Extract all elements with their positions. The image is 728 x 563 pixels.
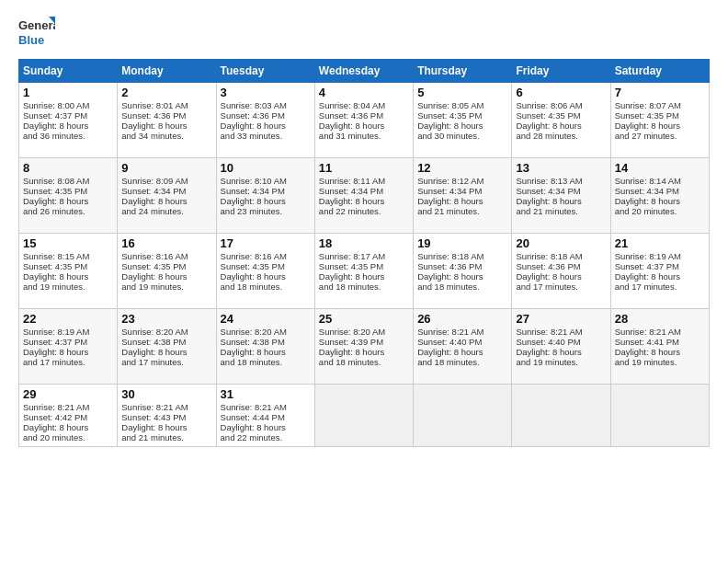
cell-line: Sunset: 4:34 PM (615, 186, 705, 196)
cell-line: Sunset: 4:38 PM (221, 337, 311, 347)
cell-line: Daylight: 8 hours (319, 121, 409, 131)
calendar-cell: 7Sunrise: 8:07 AMSunset: 4:35 PMDaylight… (610, 83, 709, 158)
calendar-cell (314, 385, 413, 447)
cell-line: and 20 minutes. (615, 206, 705, 216)
cell-line: Sunset: 4:37 PM (23, 337, 113, 347)
cell-line: Sunrise: 8:16 AM (121, 251, 211, 261)
cell-line: Sunset: 4:35 PM (319, 261, 409, 271)
day-of-week-thursday: Thursday (414, 60, 512, 83)
cell-line: Sunset: 4:34 PM (417, 186, 507, 196)
calendar-cell: 23Sunrise: 8:20 AMSunset: 4:38 PMDayligh… (118, 309, 216, 385)
cell-line: Sunset: 4:42 PM (23, 412, 113, 422)
day-of-week-wednesday: Wednesday (314, 60, 413, 83)
cell-line: Sunset: 4:35 PM (221, 261, 311, 271)
calendar-cell (610, 385, 709, 447)
cell-line: Daylight: 8 hours (615, 271, 705, 282)
cell-line: Sunrise: 8:18 AM (417, 251, 507, 261)
cell-line: Daylight: 8 hours (23, 422, 113, 432)
cell-line: Sunrise: 8:15 AM (23, 251, 113, 261)
day-number: 15 (23, 236, 113, 250)
cell-line: and 18 minutes. (417, 282, 507, 292)
cell-line: Sunrise: 8:18 AM (516, 251, 606, 261)
cell-line: Sunset: 4:36 PM (221, 110, 311, 121)
cell-line: and 22 minutes. (319, 206, 409, 216)
day-number: 30 (121, 387, 211, 401)
cell-line: Daylight: 8 hours (121, 121, 211, 131)
cell-line: and 36 minutes. (23, 131, 113, 141)
cell-line: Sunset: 4:36 PM (319, 110, 409, 121)
calendar-cell: 30Sunrise: 8:21 AMSunset: 4:43 PMDayligh… (118, 385, 216, 447)
cell-line: Sunrise: 8:09 AM (121, 176, 211, 186)
day-number: 25 (319, 312, 409, 326)
cell-line: Sunrise: 8:21 AM (121, 402, 211, 412)
cell-line: Sunset: 4:40 PM (417, 337, 507, 347)
cell-line: Sunrise: 8:13 AM (516, 176, 606, 186)
day-number: 8 (23, 161, 113, 175)
cell-line: Daylight: 8 hours (121, 196, 211, 206)
day-number: 31 (221, 387, 311, 401)
calendar-cell: 6Sunrise: 8:06 AMSunset: 4:35 PMDaylight… (512, 83, 610, 158)
cell-line: Sunrise: 8:21 AM (221, 402, 311, 412)
cell-line: and 17 minutes. (23, 357, 113, 367)
cell-line: and 19 minutes. (121, 282, 211, 292)
calendar-page: General Blue SundayMondayTuesdayWednesda… (0, 0, 728, 563)
cell-line: Sunrise: 8:19 AM (615, 251, 705, 261)
calendar-cell: 22Sunrise: 8:19 AMSunset: 4:37 PMDayligh… (19, 309, 118, 385)
cell-line: Sunset: 4:34 PM (121, 186, 211, 196)
cell-line: and 19 minutes. (516, 357, 606, 367)
cell-line: Sunset: 4:44 PM (221, 412, 311, 422)
cell-line: and 18 minutes. (417, 357, 507, 367)
calendar-cell: 13Sunrise: 8:13 AMSunset: 4:34 PMDayligh… (512, 158, 610, 234)
cell-line: Daylight: 8 hours (221, 196, 311, 206)
day-number: 16 (121, 236, 211, 250)
calendar-cell: 20Sunrise: 8:18 AMSunset: 4:36 PMDayligh… (512, 234, 610, 309)
calendar-cell (512, 385, 610, 447)
cell-line: Daylight: 8 hours (23, 271, 113, 282)
calendar-cell: 8Sunrise: 8:08 AMSunset: 4:35 PMDaylight… (19, 158, 118, 234)
day-of-week-monday: Monday (118, 60, 216, 83)
calendar-table: SundayMondayTuesdayWednesdayThursdayFrid… (18, 59, 710, 447)
calendar-cell: 2Sunrise: 8:01 AMSunset: 4:36 PMDaylight… (118, 83, 216, 158)
day-number: 20 (516, 236, 606, 250)
calendar-cell: 25Sunrise: 8:20 AMSunset: 4:39 PMDayligh… (314, 309, 413, 385)
calendar-cell: 5Sunrise: 8:05 AMSunset: 4:35 PMDaylight… (414, 83, 512, 158)
cell-line: Sunset: 4:34 PM (221, 186, 311, 196)
cell-line: Daylight: 8 hours (417, 271, 507, 282)
cell-line: Sunset: 4:35 PM (121, 261, 211, 271)
cell-line: Sunrise: 8:21 AM (417, 327, 507, 337)
cell-line: Sunrise: 8:16 AM (221, 251, 311, 261)
cell-line: Sunset: 4:39 PM (319, 337, 409, 347)
cell-line: Sunset: 4:36 PM (121, 110, 211, 121)
cell-line: and 33 minutes. (221, 131, 311, 141)
day-number: 21 (615, 236, 705, 250)
calendar-cell: 21Sunrise: 8:19 AMSunset: 4:37 PMDayligh… (610, 234, 709, 309)
day-number: 28 (615, 312, 705, 326)
cell-line: Sunset: 4:43 PM (121, 412, 211, 422)
cell-line: and 18 minutes. (319, 357, 409, 367)
cell-line: Daylight: 8 hours (516, 121, 606, 131)
cell-line: and 19 minutes. (615, 357, 705, 367)
day-number: 11 (319, 161, 409, 175)
cell-line: and 18 minutes. (319, 282, 409, 292)
cell-line: Sunset: 4:34 PM (319, 186, 409, 196)
day-number: 3 (221, 86, 311, 99)
cell-line: and 21 minutes. (516, 206, 606, 216)
cell-line: Daylight: 8 hours (417, 347, 507, 357)
cell-line: Sunset: 4:35 PM (417, 110, 507, 121)
cell-line: Daylight: 8 hours (319, 271, 409, 282)
calendar-cell: 19Sunrise: 8:18 AMSunset: 4:36 PMDayligh… (414, 234, 512, 309)
cell-line: Sunrise: 8:12 AM (417, 176, 507, 186)
day-number: 19 (417, 236, 507, 250)
calendar-cell (414, 385, 512, 447)
day-number: 12 (417, 161, 507, 175)
cell-line: Daylight: 8 hours (615, 347, 705, 357)
cell-line: Daylight: 8 hours (516, 271, 606, 282)
cell-line: Sunrise: 8:10 AM (221, 176, 311, 186)
cell-line: and 31 minutes. (319, 131, 409, 141)
cell-line: Sunset: 4:35 PM (516, 110, 606, 121)
cell-line: and 21 minutes. (417, 206, 507, 216)
cell-line: Sunrise: 8:17 AM (319, 251, 409, 261)
cell-line: Daylight: 8 hours (221, 121, 311, 131)
cell-line: Sunset: 4:36 PM (417, 261, 507, 271)
svg-text:General: General (18, 18, 55, 32)
